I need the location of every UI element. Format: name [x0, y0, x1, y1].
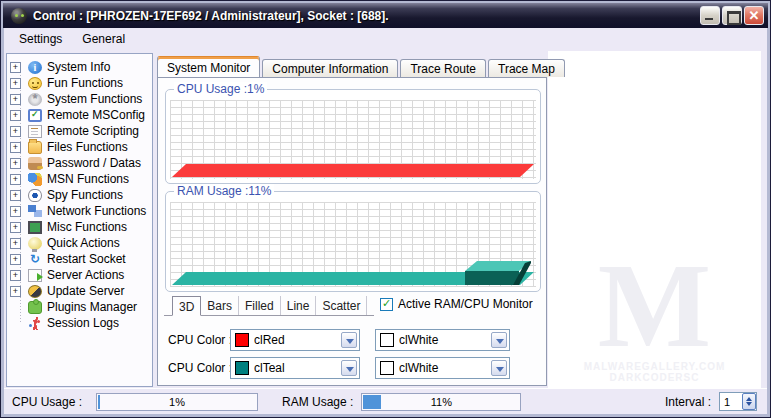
menu-settings[interactable]: Settings: [10, 29, 71, 49]
chevron-down-icon[interactable]: [341, 332, 357, 348]
ram-usage-groupbox: RAM Usage :11%: [165, 191, 541, 292]
ram-fill-color-combobox[interactable]: clTeal: [230, 357, 360, 379]
chevron-down-icon[interactable]: [341, 360, 357, 376]
tree-item-password-datas[interactable]: Password / Datas: [7, 155, 152, 171]
menu-general[interactable]: General: [73, 29, 134, 49]
ram-usage-chart: [170, 202, 536, 287]
smiley-icon: [28, 77, 42, 90]
tree-item-quick-actions[interactable]: Quick Actions: [7, 235, 152, 251]
function-tree: System Info Fun Functions System Functio…: [6, 53, 153, 387]
title-bar: Control : [PHROZEN-17EF692 / Administrat…: [3, 3, 768, 28]
monitor-chart-icon: [28, 221, 42, 234]
spinner-arrows-icon[interactable]: [742, 393, 756, 410]
ram-progress-bar: 11%: [361, 393, 521, 411]
expand-icon[interactable]: [10, 94, 21, 105]
tree-item-update-server[interactable]: Update Server: [7, 283, 152, 299]
expand-icon[interactable]: [10, 110, 21, 121]
tree-item-files-functions[interactable]: Files Functions: [7, 139, 152, 155]
active-monitor-label: Active RAM/CPU Monitor: [398, 297, 533, 311]
ram-color-label: CPU Color :: [168, 361, 230, 375]
tab-system-monitor[interactable]: System Monitor: [157, 56, 260, 77]
eye-icon: [28, 189, 42, 202]
expand-icon[interactable]: [10, 190, 21, 201]
maximize-button[interactable]: [722, 6, 742, 25]
cpu-usage-chart: [170, 100, 536, 179]
expand-icon[interactable]: [10, 286, 21, 297]
chart-tab-filled[interactable]: Filled: [239, 296, 281, 315]
tree-item-session-logs[interactable]: Session Logs: [7, 315, 152, 331]
cpu-usage-caption: CPU Usage :1%: [174, 82, 267, 96]
app-window: Control : [PHROZEN-17EF692 / Administrat…: [0, 0, 771, 418]
chart-tab-line[interactable]: Line: [281, 296, 317, 315]
ram-usage-caption: RAM Usage :11%: [174, 184, 274, 198]
minimize-button[interactable]: [700, 6, 720, 25]
color-swatch: [380, 361, 394, 375]
script-icon: [28, 125, 42, 138]
cpu-fill-color-combobox[interactable]: clRed: [230, 329, 360, 351]
active-monitor-checkbox[interactable]: [380, 298, 393, 311]
close-button[interactable]: ✕: [744, 6, 764, 25]
cpu-usage-groupbox: CPU Usage :1%: [165, 89, 541, 184]
cpu-background-color-combobox[interactable]: clWhite: [375, 329, 510, 351]
update-icon: [28, 285, 42, 298]
folder-icon: [28, 141, 42, 154]
tree-item-remote-scripting[interactable]: Remote Scripting: [7, 123, 152, 139]
tree-item-restart-socket[interactable]: Restart Socket: [7, 251, 152, 267]
system-monitor-page: CPU Usage :1% RAM Usage :11% 3D Bars Fil…: [157, 77, 547, 386]
chart-tab-3d[interactable]: 3D: [172, 296, 201, 316]
info-icon: [28, 61, 42, 74]
status-bar: CPU Usage : 1% RAM Usage : 11% Interval …: [4, 388, 767, 414]
expand-icon[interactable]: [10, 238, 21, 249]
tree-item-plugins-manager[interactable]: Plugins Manager: [7, 299, 152, 315]
color-swatch: [380, 333, 394, 347]
gear-icon: [28, 93, 42, 106]
ram-background-color-combobox[interactable]: clWhite: [375, 357, 510, 379]
tree-item-server-actions[interactable]: Server Actions: [7, 267, 152, 283]
interval-value[interactable]: 1: [720, 396, 742, 408]
butterfly-icon: [28, 173, 42, 186]
tab-trace-route[interactable]: Trace Route: [400, 59, 486, 77]
interval-spinner: 1: [719, 392, 757, 411]
expand-icon[interactable]: [10, 222, 21, 233]
chart-style-tabs: 3D Bars Filled Line Scatter: [164, 296, 374, 316]
server-actions-icon: [28, 269, 42, 282]
watermark: M MALWAREGALLERY.COM DARKCODERSC: [548, 251, 761, 383]
tab-trace-map[interactable]: Trace Map: [488, 59, 565, 77]
color-swatch: [235, 361, 249, 375]
tree-item-spy-functions[interactable]: Spy Functions: [7, 187, 152, 203]
tree-item-remote-msconfig[interactable]: Remote MSConfig: [7, 107, 152, 123]
tree-item-system-functions[interactable]: System Functions: [7, 91, 152, 107]
chevron-down-icon[interactable]: [491, 360, 507, 376]
tab-computer-information[interactable]: Computer Information: [262, 59, 398, 77]
monitor-check-icon: [28, 109, 42, 122]
expand-icon[interactable]: [10, 126, 21, 137]
right-blank-panel: M MALWAREGALLERY.COM DARKCODERSC: [548, 51, 761, 389]
chevron-down-icon[interactable]: [491, 332, 507, 348]
interval-label: Interval :: [665, 395, 711, 409]
puzzle-icon: [28, 301, 42, 314]
ram-color-row: CPU Color : clTeal clWhite: [168, 357, 510, 379]
main-tab-bar: System Monitor Computer Information Trac…: [157, 56, 567, 77]
cpu-usage-band: [172, 164, 534, 177]
expand-icon[interactable]: [10, 206, 21, 217]
color-swatch: [235, 333, 249, 347]
tree-item-misc-functions[interactable]: Misc Functions: [7, 219, 152, 235]
tree-item-msn-functions[interactable]: MSN Functions: [7, 171, 152, 187]
tree-item-network-functions[interactable]: Network Functions: [7, 203, 152, 219]
ram-usage-raised-segment: [465, 261, 531, 285]
expand-icon[interactable]: [10, 270, 21, 281]
tree-item-system-info[interactable]: System Info: [7, 59, 152, 75]
expand-icon[interactable]: [10, 254, 21, 265]
tree-item-fun-functions[interactable]: Fun Functions: [7, 75, 152, 91]
expand-icon[interactable]: [10, 174, 21, 185]
restart-icon: [28, 253, 42, 266]
expand-icon[interactable]: [10, 78, 21, 89]
cpu-color-label: CPU Color :: [168, 333, 230, 347]
expand-icon[interactable]: [10, 142, 21, 153]
menu-bar: Settings General: [4, 28, 767, 50]
expand-icon[interactable]: [10, 62, 21, 73]
chart-tab-scatter[interactable]: Scatter: [316, 296, 367, 315]
expand-icon[interactable]: [10, 158, 21, 169]
chart-tab-bars[interactable]: Bars: [201, 296, 239, 315]
active-monitor-row: Active RAM/CPU Monitor: [380, 297, 533, 311]
